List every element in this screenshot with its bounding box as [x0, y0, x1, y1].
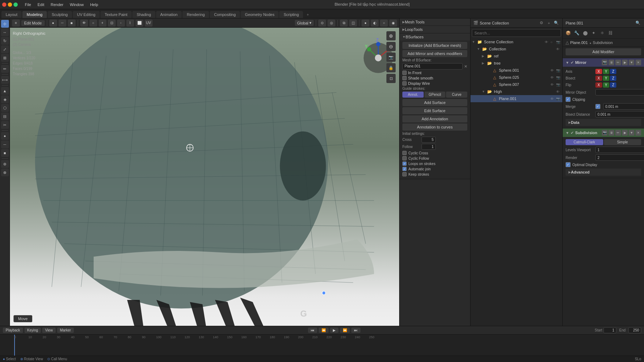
menu-render[interactable]: Render	[48, 2, 66, 7]
material-icon[interactable]: ⬤	[581, 29, 589, 37]
face-btn[interactable]: ⬜	[136, 20, 143, 27]
menu-window[interactable]: Window	[67, 2, 87, 7]
tree-item-sphere007[interactable]: △ Sphere.007 👁 📷	[470, 81, 562, 88]
rendered-btn[interactable]: ◉	[389, 20, 397, 27]
camera-view-btn[interactable]: 📷	[386, 53, 396, 62]
select-icon[interactable]: ○	[550, 40, 555, 44]
tool-face[interactable]: ■	[1, 149, 9, 157]
modifier-icon[interactable]: 🔧	[573, 29, 580, 37]
vertex-btn[interactable]: ◦	[117, 20, 125, 27]
tab-layout[interactable]: Layout	[1, 11, 22, 18]
mesh-tools-header[interactable]: ▶ Mesh Tools	[400, 18, 470, 26]
sub-close-btn[interactable]: ✕	[635, 130, 641, 136]
sub-camera-btn[interactable]: 📷	[602, 130, 607, 136]
tree-item-collection[interactable]: ▼ 📂 Collection 👁	[470, 45, 562, 53]
merge-input[interactable]	[603, 103, 644, 110]
solid-view-btn[interactable]: ●	[362, 20, 369, 27]
loops-strokes-check[interactable]	[402, 161, 407, 166]
tab-uv-editing[interactable]: UV Editing	[73, 11, 100, 18]
plane-close-btn[interactable]: ✕	[464, 64, 467, 69]
render-icon[interactable]: 📷	[556, 83, 561, 87]
mod-close-btn[interactable]: ✕	[635, 60, 641, 65]
tab-scripting[interactable]: Scripting	[279, 11, 303, 18]
mod-realtime-btn[interactable]: ▶	[622, 60, 628, 65]
init-btn[interactable]: Initialize (Add BSurface mesh)	[402, 42, 467, 49]
tool-cursor[interactable]: ⊹	[1, 20, 9, 28]
uv-btn[interactable]: UV	[145, 20, 153, 27]
jump-end-btn[interactable]: ⏭	[351, 328, 360, 333]
tool-move[interactable]: ↔	[1, 28, 9, 36]
follow-input[interactable]: 1	[422, 144, 436, 150]
marker-btn[interactable]: Marker	[57, 328, 74, 333]
snap-btn[interactable]: ⊙	[318, 20, 326, 27]
bisect-z-btn[interactable]: Z	[610, 76, 616, 81]
flip-x-btn[interactable]: X	[595, 82, 602, 88]
axis-x-btn[interactable]: X	[595, 69, 602, 74]
axis-z-btn[interactable]: Z	[610, 69, 616, 74]
cyclic-cross-check[interactable]	[402, 151, 407, 155]
eye-icon[interactable]: 👁	[550, 76, 555, 79]
edit-surface-btn[interactable]: Edit Surface	[402, 107, 467, 114]
catmull-clark-btn[interactable]: Catmull-Clark	[566, 139, 603, 145]
tool-annotate[interactable]: ✏	[1, 65, 9, 73]
vertex-select-btn[interactable]: ●	[49, 20, 57, 27]
particles-icon[interactable]: ✦	[590, 29, 598, 37]
mod-render-btn[interactable]: 🖥	[609, 60, 614, 65]
close-button[interactable]	[2, 2, 6, 7]
tree-item-sphere001[interactable]: △ Sphere.001 👁 📷	[470, 67, 562, 74]
sub-render-btn[interactable]: 🖥	[609, 130, 614, 136]
bisect-dist-input[interactable]	[595, 111, 644, 117]
tool-knife[interactable]: ✂	[1, 121, 9, 129]
eye-icon[interactable]: 👁	[556, 90, 561, 94]
play-btn[interactable]: ▶	[330, 328, 338, 333]
tool-loop-cut[interactable]: ⊟	[1, 113, 9, 120]
display-wire-check[interactable]	[402, 81, 407, 86]
axis-y-btn[interactable]: Y	[603, 69, 610, 74]
flip-z-btn[interactable]: Z	[610, 82, 616, 88]
next-frame-btn[interactable]: ⏩	[340, 328, 350, 333]
minimize-button[interactable]	[8, 2, 12, 7]
proportional-btn[interactable]: ◎	[327, 20, 335, 27]
tab-rendering[interactable]: Rendering	[182, 11, 209, 18]
keep-strokes-check[interactable]	[402, 172, 407, 176]
props-search-btn[interactable]: 🔍	[635, 20, 641, 26]
tool-vertex[interactable]: ●	[1, 132, 9, 140]
advanced-subsection[interactable]: ▶ Advanced	[566, 169, 641, 176]
tree-item-ref[interactable]: ▶ 📂 ref	[470, 53, 562, 60]
timeline-ruler[interactable]: 0 10 20 30 40 50 60 70 80 90 100 110 120…	[0, 335, 644, 356]
cross-input[interactable]: 5	[422, 137, 436, 143]
loop-tools-header[interactable]: ▶ LoopTools	[400, 26, 470, 33]
tool-extrude[interactable]: ▲	[1, 87, 9, 95]
menu-file[interactable]: File	[22, 2, 34, 7]
edit-mode-btn[interactable]: Edit Mode	[21, 20, 45, 26]
tool-extra2[interactable]: ⊗	[1, 169, 9, 176]
flip-y-btn[interactable]: Y	[603, 82, 610, 88]
menu-help[interactable]: Help	[87, 2, 101, 7]
xray-btn[interactable]: ◫	[349, 20, 357, 27]
tool-transform[interactable]: ⊞	[1, 54, 9, 62]
scene-filter-btn[interactable]: ⚙	[538, 20, 545, 26]
tool-edge[interactable]: ─	[1, 141, 9, 148]
tab-modeling[interactable]: Modeling	[22, 11, 47, 18]
render-icon[interactable]: 📷	[556, 40, 561, 44]
optimal-check[interactable]	[566, 162, 571, 167]
tab-add[interactable]: +	[304, 11, 312, 18]
tab-animation[interactable]: Animation	[156, 11, 182, 18]
sub-edit-btn[interactable]: ✏	[615, 130, 621, 136]
tab-sculpting[interactable]: Sculpting	[48, 11, 72, 18]
sub-down-btn[interactable]: ▼	[629, 130, 634, 136]
levels-input[interactable]	[595, 147, 644, 153]
mod-edit-btn[interactable]: ✏	[615, 60, 621, 65]
prev-frame-btn[interactable]: ⏪	[319, 328, 329, 333]
mirror-btn[interactable]: Add Mirror and others modifiers	[402, 50, 467, 57]
render-icon[interactable]: 📷	[556, 97, 561, 101]
in-front-check[interactable]	[402, 71, 407, 75]
add-surface-btn[interactable]: Add Surface	[402, 99, 467, 106]
render-icon[interactable]: 📷	[556, 76, 561, 79]
tree-item-tree[interactable]: ▶ 📂 tree	[470, 60, 562, 67]
scene-add-btn[interactable]: +	[546, 20, 552, 26]
mesh-btn[interactable]: ⊡	[108, 20, 116, 27]
mod-camera-btn[interactable]: 📷	[602, 60, 607, 65]
global-btn[interactable]: Global ▾	[295, 20, 314, 26]
tree-item-plane001[interactable]: △ Plane.001 👁 📷	[470, 95, 562, 102]
